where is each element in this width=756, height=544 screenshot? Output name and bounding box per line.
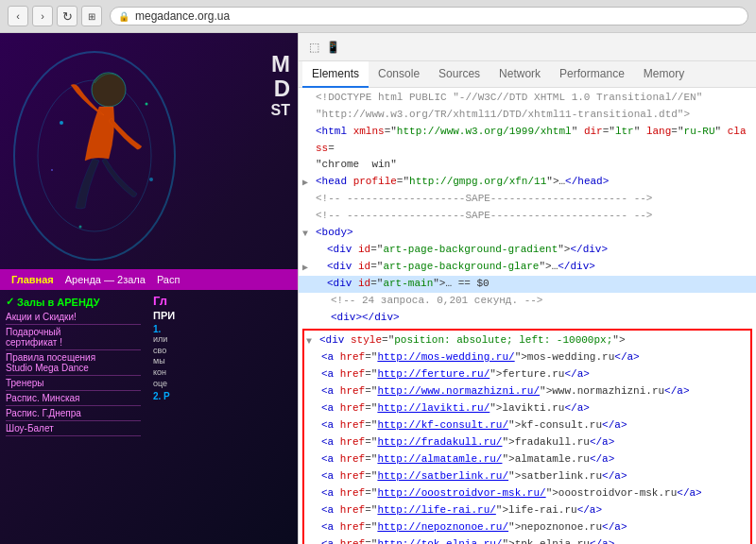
line-content: <body>	[316, 225, 752, 242]
sidebar-link-sertifikat[interactable]: Подарочныйсертификат !	[6, 327, 141, 350]
sidebar-link-pravila[interactable]: Правила посещенияStudio Mega Dance	[6, 352, 141, 376]
code-link-5: <a href="http://kf-consult.ru/">kf-consu…	[306, 417, 748, 434]
sidebar-link-rasp-dnepr[interactable]: Распис. Г.Днепра	[6, 408, 141, 421]
code-line-comment2: <!-- -------------------SAPE------------…	[299, 208, 756, 225]
line-arrow: ▶	[302, 174, 316, 191]
line-content: <a href="http://mos-wedding.ru/">mos-wed…	[321, 349, 745, 366]
svg-point-7	[79, 226, 82, 229]
devtools-panel: ⬚ 📱 Elements Console Sources Network Per…	[298, 33, 756, 544]
titlebar: ‹ › ↻ ⊞ 🔒 megadance.org.ua	[0, 0, 756, 32]
code-line-comment3: <!-- 24 запроса. 0,201 секунд. -->	[299, 293, 756, 310]
code-link-10: <a href="http://life-rai.ru/">life-rai.r…	[306, 502, 748, 519]
code-link-6: <a href="http://fradakull.ru/">fradakull…	[306, 434, 748, 451]
line-arrow	[302, 242, 316, 244]
code-link-3: <a href="http://www.normazhizni.ru/">www…	[306, 383, 748, 400]
line-arrow	[302, 208, 316, 210]
line-content: <a href="http://satberlink.ru/">satberli…	[321, 468, 745, 485]
code-line-chrome: "chrome win"	[299, 157, 756, 174]
code-area[interactable]: <!DOCTYPE html PUBLIC "-//W3C//DTD XHTML…	[299, 88, 756, 544]
content-body-1: илисвомыконоце	[153, 334, 294, 389]
line-content: <div></div>	[316, 310, 752, 327]
nav-item-glavnaya[interactable]: Главная	[6, 272, 60, 287]
line-content: <!-- -------------------SAPE------------…	[316, 191, 752, 208]
code-line-dtd: "http://www.w3.org/TR/xhtml11/DTD/xhtml1…	[299, 107, 756, 124]
line-arrow	[302, 124, 316, 126]
line-content: <!DOCTYPE html PUBLIC "-//W3C//DTD XHTML…	[316, 90, 752, 107]
checkmark-icon: ✓	[6, 296, 14, 308]
code-line-html: <html xmlns="http://www.w3.org/1999/xhtm…	[299, 124, 756, 157]
code-link-8: <a href="http://satberlink.ru/">satberli…	[306, 468, 748, 485]
code-line-comment1: <!-- -------------------SAPE------------…	[299, 191, 756, 208]
line-content: <a href="http://ferture.ru/">ferture.ru<…	[321, 366, 745, 383]
code-link-1: <a href="http://mos-wedding.ru/">mos-wed…	[306, 349, 748, 366]
sidebar-link-rasp-min[interactable]: Распис. Минская	[6, 393, 141, 406]
tab-performance[interactable]: Performance	[550, 61, 634, 88]
highlight-box: ▼ <div style="position: absolute; left: …	[302, 329, 752, 544]
sidebar-link-trenery[interactable]: Тренеры	[6, 378, 141, 391]
line-content: <a href="http://life-rai.ru/">life-rai.r…	[321, 502, 745, 519]
line-content: <div id="art-main">… == $0	[316, 276, 752, 293]
lock-icon: 🔒	[118, 11, 129, 22]
line-arrow: ▼	[306, 332, 319, 349]
back-button[interactable]: ‹	[8, 6, 28, 26]
nav-menu: Главная Аренда — 2зала Расп	[0, 269, 298, 290]
refresh-button[interactable]: ↻	[57, 6, 77, 26]
mobile-icon[interactable]: 📱	[323, 38, 342, 57]
dancer-image	[5, 47, 184, 264]
devtools-toolbar: ⬚ 📱	[299, 33, 756, 61]
line-content: <div id="art-page-background-glare">…</d…	[316, 259, 752, 276]
line-content: <a href="http://almatamle.ru/">almatamle…	[321, 451, 745, 468]
line-content: <!-- -------------------SAPE------------…	[316, 208, 752, 225]
tab-elements[interactable]: Elements	[302, 61, 369, 88]
tab-sources[interactable]: Sources	[429, 61, 490, 88]
nav-item-rasp[interactable]: Расп	[151, 272, 186, 287]
line-content: "chrome win"	[316, 157, 752, 174]
line-arrow	[302, 191, 316, 193]
line-content: <!-- 24 запроса. 0,201 секунд. -->	[316, 293, 752, 310]
line-content: <a href="http://ooostroidvor-msk.ru/">oo…	[321, 485, 745, 502]
line-arrow: ▼	[302, 225, 316, 242]
line-arrow: ▶	[302, 259, 316, 276]
sidebar-link-shou[interactable]: Шоу-Балет	[6, 423, 141, 436]
code-link-7: <a href="http://almatamle.ru/">almatamle…	[306, 451, 748, 468]
grid-button[interactable]: ⊞	[81, 6, 102, 26]
line-arrow	[302, 293, 316, 295]
svg-point-5	[51, 169, 53, 171]
code-link-2: <a href="http://ferture.ru/">ferture.ru<…	[306, 366, 748, 383]
site-logo: M D ST	[271, 52, 290, 118]
inspect-icon[interactable]: ⬚	[304, 38, 323, 57]
line-content: <div style="position: absolute; left: -1…	[319, 332, 748, 349]
code-line-div-style: ▼ <div style="position: absolute; left: …	[306, 332, 748, 349]
content-title: Гл	[153, 294, 294, 308]
code-line-doctype: <!DOCTYPE html PUBLIC "-//W3C//DTD XHTML…	[299, 90, 756, 107]
line-content: <a href="http://nepoznonoe.ru/">nepoznon…	[321, 519, 745, 536]
sidebar-link-aktsii[interactable]: Акции и Скидки!	[6, 312, 141, 325]
nav-item-arenda[interactable]: Аренда — 2зала	[60, 272, 151, 287]
line-arrow	[302, 310, 316, 312]
code-link-11: <a href="http://nepoznonoe.ru/">nepoznon…	[306, 519, 748, 536]
content-item-1: 1.	[153, 324, 294, 334]
code-link-9: <a href="http://ooostroidvor-msk.ru/">oo…	[306, 485, 748, 502]
line-arrow	[302, 107, 316, 109]
code-link-12: <a href="http://tok-elnia.ru/">tpk-elnia…	[306, 536, 748, 544]
line-content: <a href="http://www.normazhizni.ru/">www…	[321, 383, 745, 400]
code-link-4: <a href="http://lavikti.ru/">lavikti.ru<…	[306, 400, 748, 417]
line-content: <a href="http://lavikti.ru/">lavikti.ru<…	[321, 400, 745, 417]
tab-memory[interactable]: Memory	[634, 61, 694, 88]
line-content: <html xmlns="http://www.w3.org/1999/xhtm…	[316, 124, 752, 157]
nav-buttons: ‹ › ↻ ⊞	[8, 6, 102, 26]
sidebar: ✓ Залы в АРЕНДУ Акции и Скидки! Подарочн…	[0, 290, 146, 445]
svg-point-4	[146, 103, 148, 106]
content-subtitle: ПРИ	[153, 310, 294, 321]
forward-button[interactable]: ›	[32, 6, 53, 26]
address-bar[interactable]: 🔒 megadance.org.ua	[110, 7, 748, 26]
website-panel: M D ST Главная Аренда — 2зала Расп ✓ Зал…	[0, 33, 298, 544]
line-arrow	[302, 276, 316, 278]
code-line-div-bg: <div id="art-page-background-gradient"><…	[299, 242, 756, 259]
code-line-div4: <div></div>	[299, 310, 756, 327]
line-content: "http://www.w3.org/TR/xhtml11/DTD/xhtml1…	[316, 107, 752, 124]
tab-console[interactable]: Console	[369, 61, 429, 88]
sidebar-title: ✓ Залы в АРЕНДУ	[6, 296, 141, 308]
tab-network[interactable]: Network	[490, 61, 550, 88]
line-content: <a href="http://tok-elnia.ru/">tpk-elnia…	[321, 536, 745, 544]
